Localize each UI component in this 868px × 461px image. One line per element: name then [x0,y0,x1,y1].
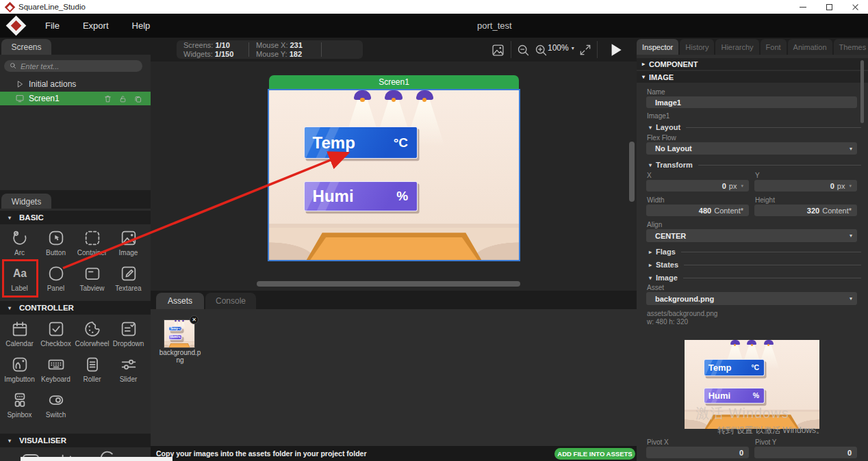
menu-export[interactable]: Export [76,18,116,34]
tab-console[interactable]: Console [205,293,256,309]
widget-colorwheel[interactable]: Colorwheel [74,316,110,352]
inspector-tab-hierarchy[interactable]: Hierarchy [715,39,758,55]
width-label: Width [647,196,665,204]
background-image-toggle-icon[interactable] [489,42,507,58]
menu-help[interactable]: Help [125,18,157,34]
zoom-level-dropdown[interactable]: 100% [548,43,574,53]
flex-flow-dropdown[interactable]: No Layout [646,142,857,155]
section-visualiser[interactable]: VISUALISER [0,434,151,447]
humi-panel[interactable]: Humi% [304,181,418,212]
screen-canvas[interactable]: Temp°CHumi% [268,89,520,261]
y-input[interactable]: 0px [754,180,857,192]
screen-title-bar[interactable]: Screen1 [269,75,519,89]
image-subsection-header[interactable]: Image [649,274,861,282]
toolbar-divider [511,41,511,58]
screens-search-input[interactable]: Enter text... [4,60,142,72]
widget-slider[interactable]: Slider [110,352,146,387]
inspector-scrollbar[interactable] [860,60,864,123]
asset-thumbnail-background-png[interactable]: Temp°CHumi% [164,319,195,348]
tab-screens[interactable]: Screens [1,39,51,55]
fit-zoom-icon[interactable] [576,42,594,58]
unit-caret-icon[interactable] [849,183,852,189]
widget-arc[interactable]: Arc [1,225,38,261]
widget-container[interactable]: Container [74,225,110,261]
tab-assets[interactable]: Assets [156,293,204,309]
pivot-y-label: Pivot Y [755,438,777,446]
widget-checkbox[interactable]: Checkbox [38,316,74,352]
screens-item-initial-actions[interactable]: Initial actions [0,77,151,91]
chevron-down-icon [850,233,852,239]
width-input[interactable]: 480Content* [646,205,749,216]
states-section-header[interactable]: States [649,261,861,269]
menu-file[interactable]: File [38,18,66,34]
play-button[interactable] [605,40,626,60]
widget-switch[interactable]: Switch [38,387,74,423]
widget-image[interactable]: Image [110,225,146,261]
delete-screen-icon[interactable] [103,94,112,103]
arc-icon [10,227,29,248]
inspector-tab-inspector[interactable]: Inspector [637,39,678,55]
widget-imgbutton[interactable]: Imgbutton [1,352,38,387]
minimize-button[interactable] [790,0,816,14]
squareline-studio-window: SquareLine_Studio File Export Help port_… [0,0,868,461]
assets-hint-text: Copy your images into the assets folder … [156,449,366,458]
height-input[interactable]: 320Content* [754,205,857,216]
table-top [169,344,190,347]
transform-section-header[interactable]: Transform [649,161,861,169]
table-top [310,237,478,260]
asset-dropdown[interactable]: background.png [646,292,857,305]
vertical-scrollbar[interactable] [629,142,635,202]
screens-item-screen1[interactable]: Screen1 [0,92,151,105]
inspector-tab-themes[interactable]: Themes [834,39,868,55]
ceiling-lamp-icon [764,340,774,345]
tab-widgets[interactable]: Widgets [1,194,51,209]
pivot-x-input[interactable]: 0 [646,447,749,458]
widget-spinbox[interactable]: Spinbox [1,387,38,423]
widget-textarea[interactable]: Textarea [110,261,146,296]
widget-keyboard[interactable]: Keyboard [38,352,74,387]
maximize-button[interactable] [816,0,842,14]
temp-panel[interactable]: Temp°C [304,127,418,159]
widget-panel[interactable]: Panel [38,261,74,296]
component-section-header[interactable]: COMPONENT [637,58,868,70]
inspector-panel: COMPONENT IMAGE Name Image1 Image1 Layou… [637,55,868,461]
inspector-tab-font[interactable]: Font [761,39,787,55]
section-controller[interactable]: CONTROLLER [0,301,151,315]
close-button[interactable] [842,0,868,14]
widget-roller[interactable]: Roller [74,352,110,387]
unlock-icon[interactable] [118,94,127,103]
align-label: Align [647,221,662,228]
pivot-y-input[interactable]: 0 [754,447,857,458]
zoom-out-icon[interactable] [515,42,531,58]
collapse-caret-icon [642,74,645,80]
name-input[interactable]: Image1 [646,96,857,108]
zoom-in-icon[interactable] [533,42,549,58]
y-label: Y [755,172,760,179]
flags-section-header[interactable]: Flags [649,248,861,256]
add-file-into-assets-button[interactable]: ADD FILE INTO ASSETS [554,448,635,460]
ceiling-lamp-icon [178,320,180,321]
layout-section-header[interactable]: Layout [649,123,861,131]
unit-caret-icon[interactable] [741,183,743,189]
panel-icon [47,263,66,284]
collapse-caret-icon [649,275,652,281]
widget-calendar[interactable]: Calendar [1,316,38,352]
widget-tabview[interactable]: Tabview [74,261,110,296]
x-label: X [647,172,652,179]
mouse-x: Mouse X:231 [256,41,321,50]
duplicate-icon[interactable] [133,94,142,103]
inspector-tab-animation[interactable]: Animation [788,39,832,55]
section-basic[interactable]: BASIC [0,211,151,224]
x-input[interactable]: 0px [646,180,749,192]
widget-button[interactable]: Button [38,225,74,261]
horizontal-scrollbar[interactable] [257,281,520,287]
roller-icon [83,354,102,375]
inspector-tab-history[interactable]: History [680,39,714,55]
ceiling-lamp-icon [747,340,756,345]
widget-dropdown[interactable]: Dropdown [110,316,146,352]
align-dropdown[interactable]: CENTER [646,229,857,242]
tabview-icon [83,263,102,284]
remove-asset-icon[interactable]: ✕ [190,315,199,324]
collapse-caret-icon [649,124,652,131]
image-section-header[interactable]: IMAGE [637,71,868,83]
